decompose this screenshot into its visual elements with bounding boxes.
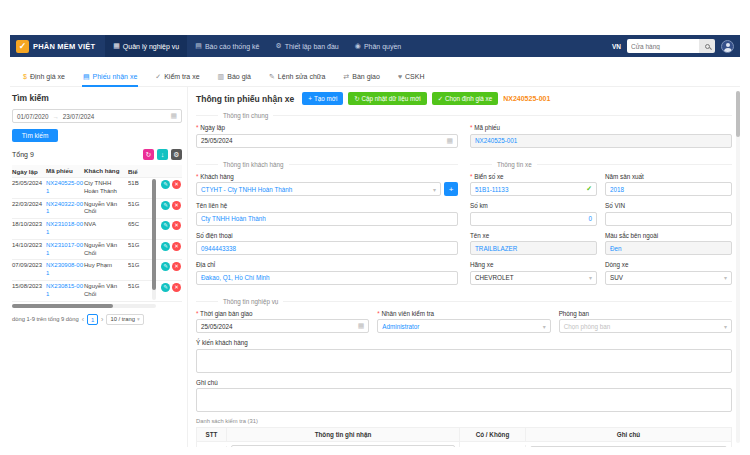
- table-row[interactable]: 14/10/2023 NX231017-001 Nguyễn Văn Chổi …: [12, 240, 182, 261]
- dia-chi-value: Đakao, Q1, Hồ Chí Minh: [201, 274, 270, 281]
- ghi-chu-textarea[interactable]: [196, 388, 732, 412]
- choose-valuation-button[interactable]: ✓ Chọn định giá xe: [432, 92, 499, 105]
- field-thoi-gian-ban-giao: Thời gian bàn giao 25/05/2024 ▦: [196, 310, 369, 334]
- tab-phieu-nhan-xe[interactable]: ▤ Phiếu nhận xe: [74, 67, 146, 86]
- hang-xe-select[interactable]: CHEVROLET ▾: [470, 271, 597, 285]
- user-avatar[interactable]: [721, 40, 734, 53]
- tab-kiem-tra-xe[interactable]: ✓ Kiểm tra xe: [146, 67, 208, 86]
- tab-label: Định giá xe: [30, 73, 65, 80]
- search-panel: Tìm kiếm 01/07/2020 → 23/07/2024 ▦ Tìm k…: [10, 87, 188, 447]
- khach-hang-select[interactable]: CTYHT - Cty TNHH Hoàn Thành ▾: [196, 182, 441, 196]
- ngay-lap-datepicker[interactable]: 25/05/2024 ▦: [196, 134, 458, 148]
- search-button[interactable]: Tìm kiếm: [12, 129, 58, 142]
- field-label: Dòng xe: [605, 261, 732, 269]
- menu-item-reports[interactable]: ▤ Báo cáo thống kê: [187, 35, 267, 57]
- header-khach-hang[interactable]: Khách hàng: [84, 167, 128, 175]
- brand[interactable]: ✓ PHẦN MỀM VIỆT: [16, 40, 95, 53]
- header-bien-so[interactable]: Biể: [128, 168, 142, 175]
- reset-filter-icon-button[interactable]: ↻: [143, 149, 154, 160]
- page-size-select[interactable]: 10 / trang ▾: [106, 314, 143, 325]
- edit-icon-button[interactable]: ✎: [161, 262, 170, 271]
- cell-code-link[interactable]: NX240322-001: [46, 201, 84, 217]
- header-ma-phieu[interactable]: Mã phiếu: [46, 167, 84, 175]
- valuation-icon: $: [23, 73, 27, 80]
- delete-icon-button[interactable]: ✕: [172, 283, 181, 292]
- cell-code-link[interactable]: NX231018-001: [46, 221, 84, 237]
- header-ngay-lap[interactable]: Ngày lập: [12, 168, 46, 175]
- dia-chi-input[interactable]: Đakao, Q1, Hồ Chí Minh: [196, 271, 458, 285]
- update-button[interactable]: ↻ Cập nhật dữ liệu mới: [348, 92, 426, 105]
- field-label: Mã phiếu: [470, 124, 732, 132]
- info-row-4: Địa chỉ Đakao, Q1, Hồ Chí Minh Hãng xe: [196, 261, 732, 291]
- delete-icon-button[interactable]: ✕: [172, 242, 181, 251]
- export-icon-button[interactable]: ↓: [157, 149, 168, 160]
- note-input[interactable]: Mô: [530, 446, 727, 447]
- checklist-header-row: STT Thông tin ghi nhận Có / Không Ghi ch…: [197, 428, 731, 441]
- delete-icon-button[interactable]: ✕: [172, 221, 181, 230]
- so-km-input[interactable]: 0: [470, 212, 597, 226]
- scrollbar-thumb[interactable]: [152, 179, 156, 290]
- field-hang-xe: Hãng xe CHEVROLET ▾: [470, 261, 597, 285]
- tab-lenh-sua-chua[interactable]: ✎ Lệnh sửa chữa: [260, 67, 334, 86]
- store-search-input[interactable]: [627, 39, 699, 53]
- tab-bao-gia[interactable]: ▥ Báo giá: [209, 67, 260, 86]
- menu-item-setup[interactable]: ⚙ Thiết lập ban đầu: [267, 35, 346, 57]
- cell-code-link[interactable]: NX230908-001: [46, 262, 84, 278]
- date-range-picker[interactable]: 01/07/2020 → 23/07/2024 ▦: [12, 109, 182, 123]
- menu-item-business[interactable]: ▦ Quản lý nghiệp vụ: [105, 35, 187, 57]
- table-row[interactable]: 15/08/2023 NX230815-001 Nguyễn Văn Chổi …: [12, 281, 182, 302]
- column-settings-icon-button[interactable]: ⚙: [171, 149, 182, 160]
- edit-icon-button[interactable]: ✎: [161, 201, 170, 210]
- cell-code-link[interactable]: NX230815-001: [46, 283, 84, 299]
- checklist-item-select[interactable]: Đèn pha trước, bên trái ▾: [231, 445, 455, 447]
- form-vertical-scrollbar[interactable]: [736, 91, 740, 443]
- edit-icon-button[interactable]: ✎: [161, 242, 170, 251]
- delete-icon-button[interactable]: ✕: [172, 262, 181, 271]
- edit-icon-button[interactable]: ✎: [161, 283, 170, 292]
- next-page-icon[interactable]: ›: [101, 316, 103, 323]
- section-business: Thông tin nghiệp vụ: [196, 298, 732, 305]
- bien-so-xe-input[interactable]: 51B1-11133 ✓: [470, 182, 597, 196]
- magnifier-icon: [705, 44, 710, 49]
- edit-icon-button[interactable]: ✎: [161, 221, 170, 230]
- ten-lien-he-input[interactable]: Cty TNHH Hoàn Thành: [196, 212, 458, 226]
- scrollbar-thumb[interactable]: [736, 91, 740, 137]
- thoi-gian-ban-giao-datepicker[interactable]: 25/05/2024 ▦: [196, 319, 369, 333]
- edit-icon-button[interactable]: ✎: [161, 180, 170, 189]
- dong-xe-select[interactable]: SUV ▾: [605, 271, 732, 285]
- menu-item-permissions[interactable]: ◉ Phân quyền: [347, 35, 409, 57]
- so-dien-thoai-input[interactable]: 0944443338: [196, 241, 458, 255]
- cell-actions: ✎ ✕: [142, 283, 182, 292]
- tab-cskh[interactable]: ♥ CSKH: [389, 67, 434, 86]
- date-to[interactable]: 23/07/2024: [63, 113, 95, 120]
- delete-icon-button[interactable]: ✕: [172, 180, 181, 189]
- language-toggle[interactable]: VN: [612, 43, 621, 50]
- so-vin-input[interactable]: [605, 212, 732, 226]
- field-nam-san-xuat: Năm sản xuất 2018: [605, 173, 732, 197]
- cell-plate: 51G: [128, 242, 142, 248]
- nhan-vien-kiem-tra-select[interactable]: Administrator ▾: [377, 319, 550, 333]
- cell-code-link[interactable]: NX240525-001: [46, 180, 84, 196]
- table-row[interactable]: 07/09/2023 NX230908-001 Huy Phạm 51G ✎ ✕: [12, 260, 182, 281]
- tab-dinh-gia-xe[interactable]: $ Định giá xe: [14, 67, 74, 86]
- table-row[interactable]: 18/10/2023 NX231018-001 NVA 65C ✎ ✕: [12, 219, 182, 240]
- phong-ban-select[interactable]: Chọn phòng ban ▾: [559, 319, 732, 333]
- tab-ban-giao[interactable]: ⇄ Bàn giao: [334, 67, 389, 86]
- cell-code-link[interactable]: NX231017-001: [46, 242, 84, 258]
- delete-icon-button[interactable]: ✕: [172, 201, 181, 210]
- search-icon[interactable]: [699, 39, 715, 53]
- table-row[interactable]: 22/03/2024 NX240322-001 Nguyễn Văn Chổi …: [12, 199, 182, 220]
- date-from[interactable]: 01/07/2020: [17, 113, 49, 120]
- top-navbar: ✓ PHẦN MỀM VIỆT ▦ Quản lý nghiệp vụ ▤ Bá…: [10, 35, 740, 57]
- create-button[interactable]: + Tạo mới: [302, 92, 343, 105]
- module-tabbar: $ Định giá xe ▤ Phiếu nhận xe ✓ Kiểm tra…: [10, 67, 740, 87]
- y-kien-textarea[interactable]: [196, 349, 732, 373]
- nam-san-xuat-input[interactable]: 2018: [605, 182, 732, 196]
- add-customer-button[interactable]: +: [444, 182, 458, 196]
- table-row[interactable]: 25/05/2024 NX240525-001 Cty TNHH Hoàn Th…: [12, 178, 182, 199]
- prev-page-icon[interactable]: ‹: [82, 316, 84, 323]
- table-vertical-scrollbar[interactable]: [152, 179, 156, 300]
- field-label: Ghi chú: [196, 379, 732, 387]
- page-number[interactable]: 1: [87, 314, 98, 325]
- tab-label: Phiếu nhận xe: [93, 73, 138, 80]
